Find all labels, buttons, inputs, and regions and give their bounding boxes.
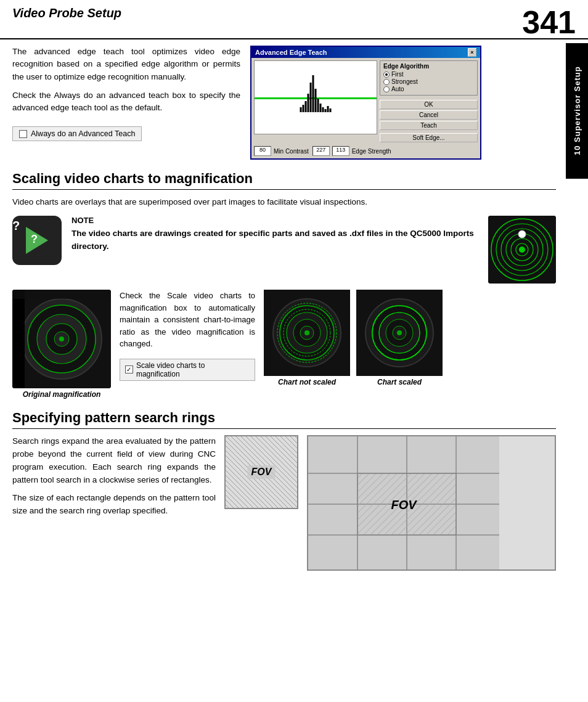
- dialog-container: Advanced Edge Teach ×: [250, 46, 556, 160]
- note-arrow-icon: [26, 227, 48, 254]
- contrast-box: 80 Min Contrast: [254, 146, 309, 156]
- dialog-titlebar: Advanced Edge Teach ×: [251, 47, 480, 58]
- pattern-section: Specifying pattern search rings Search r…: [12, 410, 556, 571]
- dialog-close-button[interactable]: ×: [468, 48, 476, 57]
- target-rings-svg: [488, 216, 556, 284]
- svg-point-8: [518, 231, 526, 238]
- main-content: The advanced edge teach tool optimizes v…: [0, 46, 588, 571]
- always-teach-label: Always do an Advanced Teach: [31, 129, 135, 138]
- graph-bar: [320, 104, 322, 112]
- note-right-image: [488, 216, 556, 284]
- radio-dot-first: [383, 71, 390, 78]
- pattern-para1: Search rings expand the area evaluated b…: [12, 435, 216, 487]
- scale-text-col: Check the Scale video charts to magnific…: [120, 290, 255, 381]
- comparison-images: Chart not scaled: [264, 290, 443, 386]
- page-header: Video Probe Setup 341: [0, 0, 588, 39]
- original-magnification-image: [12, 290, 111, 388]
- intro-text: The advanced edge teach tool optimizes v…: [12, 46, 240, 160]
- svg-text:FOV: FOV: [391, 498, 417, 512]
- page-number: 341: [522, 6, 576, 38]
- graph-bar: [310, 83, 312, 112]
- graph-bars: [300, 75, 332, 112]
- pattern-content: Search rings expand the area evaluated b…: [12, 435, 556, 571]
- note-body: The video charts are drawings created fo…: [71, 227, 476, 253]
- ok-button[interactable]: OK: [380, 100, 478, 109]
- graph-bar: [325, 109, 327, 112]
- graph-bar: [300, 107, 302, 112]
- not-scaled-col: Chart not scaled: [264, 290, 350, 386]
- scale-checkbox-row[interactable]: ✓ Scale video charts to magnification: [120, 359, 255, 381]
- dialog-bottom-row: 80 Min Contrast 227 113 Edge Strength: [251, 145, 480, 158]
- radio-label-auto: Auto: [391, 86, 404, 92]
- edge-strength-row: 227 113 Edge Strength: [312, 146, 391, 156]
- radio-label-first: First: [391, 71, 403, 78]
- edge-strength-label: Edge Strength: [352, 148, 391, 155]
- not-scaled-svg: [264, 290, 350, 376]
- edge-algorithm-label: Edge Algorithm: [383, 63, 474, 70]
- scaled-col: Chart scaled: [356, 290, 443, 386]
- not-scaled-caption: Chart not scaled: [278, 378, 336, 386]
- svg-rect-17: [12, 290, 111, 299]
- always-teach-checkbox[interactable]: Always do an Advanced Teach: [12, 126, 142, 141]
- original-caption: Original magnification: [23, 390, 101, 399]
- note-icon: ?: [12, 216, 62, 265]
- pattern-text: Search rings expand the area evaluated b…: [12, 435, 216, 518]
- radio-dot-strongest: [383, 79, 390, 85]
- graph-bar: [322, 107, 324, 112]
- orig-svg: [12, 290, 111, 388]
- teach-button[interactable]: Teach: [380, 121, 478, 130]
- scaling-heading: Scaling video charts to magnification: [12, 171, 556, 190]
- dialog-title: Advanced Edge Teach: [255, 49, 327, 56]
- edge-algorithm-group: Edge Algorithm First Strongest: [380, 60, 478, 96]
- svg-rect-16: [12, 290, 25, 388]
- scale-description: Check the Scale video charts to magnific…: [120, 290, 255, 350]
- scale-checkbox[interactable]: ✓: [125, 365, 133, 373]
- contrast-value[interactable]: 80: [254, 146, 271, 156]
- advanced-edge-teach-dialog: Advanced Edge Teach ×: [250, 46, 481, 160]
- note-block: ? NOTE The video charts are drawings cre…: [12, 216, 476, 265]
- note-text: NOTE The video charts are drawings creat…: [71, 216, 476, 253]
- graph-bar: [312, 75, 314, 112]
- graph-bar: [308, 94, 309, 112]
- scaled-svg: [356, 290, 443, 376]
- chart-not-scaled-image: [264, 290, 350, 376]
- graph-bar: [330, 108, 332, 112]
- pattern-para2: The size of each rectangle depends on th…: [12, 492, 216, 518]
- scaled-caption: Chart scaled: [377, 378, 422, 386]
- pattern-heading: Specifying pattern search rings: [12, 410, 556, 429]
- chart-scaled-image: [356, 290, 443, 376]
- svg-point-7: [519, 247, 525, 253]
- side-tab-label: 10 Supervisor Setup: [573, 67, 582, 156]
- soft-edge-button[interactable]: Soft Edge...: [380, 133, 478, 142]
- cancel-button[interactable]: Cancel: [380, 110, 478, 120]
- graph-bar: [317, 99, 319, 112]
- top-section: The advanced edge teach tool optimizes v…: [12, 46, 556, 160]
- fov-grid-svg: FOV: [308, 436, 499, 571]
- graph-bar: [303, 105, 304, 112]
- fov-small-image: FOV: [224, 435, 298, 509]
- page-title: Video Probe Setup: [12, 6, 121, 24]
- note-label: NOTE: [71, 216, 476, 225]
- radio-strongest[interactable]: Strongest: [383, 78, 474, 85]
- radio-auto[interactable]: Auto: [383, 86, 474, 92]
- graph-bar: [327, 106, 329, 112]
- min-contrast-label: Min Contrast: [274, 148, 309, 155]
- scaling-section: Scaling video charts to magnification Vi…: [12, 171, 556, 399]
- dialog-controls: Edge Algorithm First Strongest: [380, 60, 478, 142]
- dialog-button-group: OK Cancel Teach: [380, 100, 478, 130]
- always-teach-check-box[interactable]: [19, 130, 27, 138]
- dialog-body: Edge Algorithm First Strongest: [251, 58, 480, 145]
- dialog-graph: [254, 60, 377, 134]
- fov-large-diagram: FOV: [307, 435, 556, 571]
- intro-paragraph1: The advanced edge teach tool optimizes v…: [12, 46, 240, 83]
- side-tab: 10 Supervisor Setup: [566, 43, 588, 179]
- intro-paragraph2: Check the Always do an advanced teach bo…: [12, 89, 240, 115]
- edge-val2[interactable]: 113: [332, 146, 349, 156]
- comparison-row: Chart not scaled: [264, 290, 443, 386]
- fov-small-label: FOV: [248, 465, 276, 479]
- radio-label-strongest: Strongest: [391, 78, 418, 85]
- scale-diagram-row: Original magnification Check the Scale v…: [12, 290, 556, 399]
- scaling-intro: Video charts are overlays that are super…: [12, 196, 556, 208]
- edge-val1[interactable]: 227: [312, 146, 330, 156]
- radio-first[interactable]: First: [383, 71, 474, 78]
